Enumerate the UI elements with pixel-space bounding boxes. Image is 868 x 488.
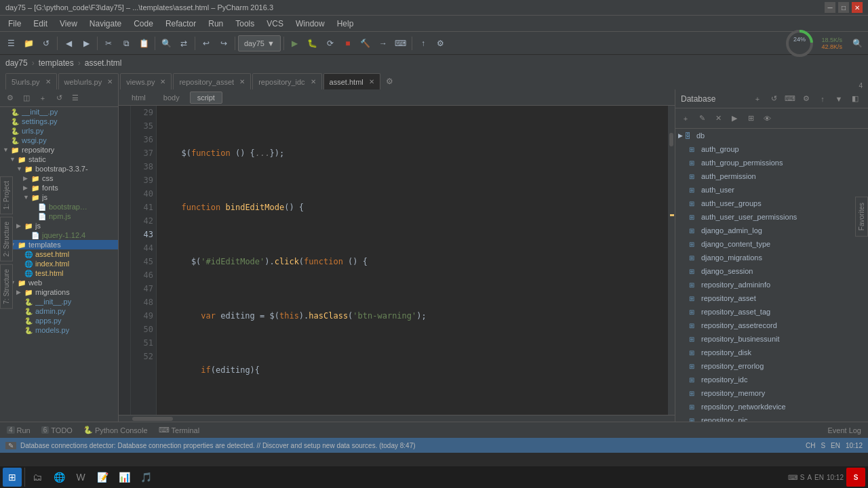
tree-item-js[interactable]: ▶ 📁 js <box>0 221 118 230</box>
tree-item-test-html[interactable]: 🌐 test.html <box>0 268 118 278</box>
db-up-btn[interactable]: ↑ <box>815 92 830 106</box>
tab-urls-py-5[interactable]: 5\urls.py ✕ <box>5 73 57 89</box>
side-tab-project[interactable]: 1: Project <box>0 176 13 214</box>
db-toolbar-schema[interactable]: ⊞ <box>743 111 758 126</box>
menu-navigate[interactable]: Navigate <box>84 18 127 30</box>
breadcrumb-templates[interactable]: templates <box>39 58 74 68</box>
tab-overflow-button[interactable]: ⚙ <box>382 73 398 89</box>
toolbar-step[interactable]: → <box>375 35 391 52</box>
db-table-auth-user-user-permissions[interactable]: ⊞ auth_user_user_permissions <box>675 210 868 224</box>
db-table-auth-group[interactable]: ⊞ auth_group <box>675 142 868 156</box>
db-table-django-migrations[interactable]: ⊞ django_migrations <box>675 251 868 264</box>
db-toolbar-run[interactable]: ▶ <box>727 111 742 126</box>
menu-vcs[interactable]: VCS <box>261 18 289 30</box>
scroll-bar-right[interactable] <box>668 106 675 415</box>
toolbar-run[interactable]: ▶ <box>287 35 303 52</box>
tree-item-npm[interactable]: 📄 npm.js <box>0 211 118 221</box>
db-table-repository-businessunit[interactable]: ⊞ repository_businessunit <box>675 332 868 346</box>
db-table-repository-assetrecord[interactable]: ⊞ repository_assetrecord <box>675 319 868 332</box>
close-button[interactable]: ✕ <box>852 2 863 13</box>
scroll-thumb[interactable] <box>669 133 673 146</box>
toolbar-cut[interactable]: ✂ <box>100 35 117 52</box>
db-table-auth-user-groups[interactable]: ⊞ auth_user_groups <box>675 197 868 210</box>
tree-item-init[interactable]: 🐍 __init__.py <box>0 107 118 117</box>
db-table-repository-networkdevice[interactable]: ⊞ repository_networkdevice <box>675 400 868 413</box>
menu-help[interactable]: Help <box>332 18 359 30</box>
db-table-repository-nic[interactable]: ⊞ repository_nic <box>675 413 868 422</box>
code-content[interactable]: $(function () {...}); function bindEditM… <box>157 106 668 415</box>
tab-close-icon[interactable]: ✕ <box>239 78 245 85</box>
bottom-tab-python-console[interactable]: 🐍 Python Console <box>79 424 152 436</box>
db-root-item[interactable]: ▶ 🗄 db <box>675 129 868 142</box>
db-table-repository-asset-tag[interactable]: ⊞ repository_asset_tag <box>675 305 868 319</box>
toolbar-undo[interactable]: ↩ <box>198 35 214 52</box>
toolbar-search[interactable]: 🔍 <box>849 35 865 52</box>
db-table-repository-admininfo[interactable]: ⊞ repository_admininfo <box>675 278 868 291</box>
db-toolbar-view[interactable]: 👁 <box>760 111 774 126</box>
tree-add[interactable]: + <box>35 91 50 106</box>
tree-item-static[interactable]: ▼ 📁 static <box>0 155 118 164</box>
toolbar-stop[interactable]: ■ <box>340 35 356 52</box>
menu-view[interactable]: View <box>54 18 83 30</box>
db-toolbar-add[interactable]: + <box>678 111 693 126</box>
db-table-repository-errorlog[interactable]: ⊞ repository_errorlog <box>675 359 868 373</box>
scroll-thumb-h[interactable] <box>132 417 173 421</box>
side-tab-structure[interactable]: 2: Structure <box>0 217 13 262</box>
tree-item-asset-html[interactable]: 🌐 asset.html <box>0 249 118 259</box>
db-add-btn[interactable]: + <box>750 92 765 106</box>
tab-repository-idc[interactable]: repository_idc ✕ <box>252 73 321 89</box>
db-filter-btn[interactable]: ▼ <box>831 92 846 106</box>
menu-file[interactable]: File <box>3 18 26 30</box>
bottom-tab-todo[interactable]: 6 TODO <box>37 425 77 436</box>
taskbar-explorer-btn[interactable]: 🗂 <box>28 468 47 487</box>
menu-edit[interactable]: Edit <box>28 18 53 30</box>
tree-item-models[interactable]: 🐍 models.py <box>0 325 118 335</box>
db-table-django-session[interactable]: ⊞ django_session <box>675 264 868 278</box>
tree-item-apps[interactable]: 🐍 apps.py <box>0 316 118 325</box>
project-selector[interactable]: day75 ▼ <box>238 35 281 52</box>
tree-item-bootstrap-js[interactable]: 📄 bootstrap… <box>0 202 118 211</box>
menu-window[interactable]: Window <box>290 18 330 30</box>
menu-code[interactable]: Code <box>128 18 159 30</box>
db-table-auth-user[interactable]: ⊞ auth_user <box>675 183 868 197</box>
menu-tools[interactable]: Tools <box>230 18 260 30</box>
tree-item-init2[interactable]: 🐍 __init__.py <box>0 297 118 306</box>
db-table-repository-memory[interactable]: ⊞ repository_memory <box>675 386 868 400</box>
tree-item-jquery[interactable]: 📄 jquery-1.12.4 <box>0 230 118 240</box>
toolbar-settings[interactable]: ⚙ <box>433 35 449 52</box>
breadcrumb-day75[interactable]: day75 <box>5 58 28 68</box>
tree-item-wsgi[interactable]: 🐍 wsgi.py <box>0 136 118 145</box>
db-toolbar-edit[interactable]: ✎ <box>694 111 709 126</box>
minimize-button[interactable]: ─ <box>825 2 835 13</box>
windows-start-button[interactable]: ⊞ <box>3 468 22 487</box>
tab-asset-html[interactable]: asset.html ✕ <box>323 73 380 89</box>
db-table-repository-idc[interactable]: ⊞ repository_idc <box>675 373 868 386</box>
maximize-button[interactable]: □ <box>838 2 849 13</box>
tree-item-web[interactable]: ▼ 📁 web <box>0 278 118 287</box>
scrollbar-horizontal[interactable] <box>119 415 675 422</box>
toolbar-debug[interactable]: 🐛 <box>304 35 321 52</box>
tree-item-index-html[interactable]: 🌐 index.html <box>0 259 118 268</box>
tree-item-fonts[interactable]: ▶ 📁 fonts <box>0 183 118 192</box>
side-tab-7[interactable]: 7: Structure <box>0 264 13 309</box>
tree-item-admin[interactable]: 🐍 admin.py <box>0 306 118 316</box>
tab-web-urls-py[interactable]: web\urls.py ✕ <box>58 73 119 89</box>
toolbar-open[interactable]: 📁 <box>20 35 37 52</box>
toolbar-build[interactable]: 🔨 <box>357 35 374 52</box>
side-tab-favorites[interactable]: Favorites <box>855 197 868 237</box>
db-table-repository-disk[interactable]: ⊞ repository_disk <box>675 346 868 359</box>
taskbar-app2-btn[interactable]: 📊 <box>115 468 134 487</box>
tree-item-repository[interactable]: ▼ 📁 repository <box>0 145 118 155</box>
tab-views-py[interactable]: views.py ✕ <box>120 73 172 89</box>
toolbar-vcs[interactable]: ↑ <box>415 35 431 52</box>
menu-run[interactable]: Run <box>203 18 229 30</box>
code-tab-body[interactable]: body <box>156 92 187 104</box>
toolbar-run2[interactable]: ⟳ <box>322 35 338 52</box>
toolbar-forward[interactable]: ▶ <box>78 35 94 52</box>
bottom-tab-event-log[interactable]: Event Log <box>823 425 865 436</box>
tree-item-settings[interactable]: 🐍 settings.py <box>0 117 118 126</box>
tree-collapse[interactable]: ◫ <box>19 91 34 106</box>
tab-close-icon[interactable]: ✕ <box>107 78 113 85</box>
tab-close-icon[interactable]: ✕ <box>45 78 51 85</box>
db-table-auth-permission[interactable]: ⊞ auth_permission <box>675 169 868 183</box>
